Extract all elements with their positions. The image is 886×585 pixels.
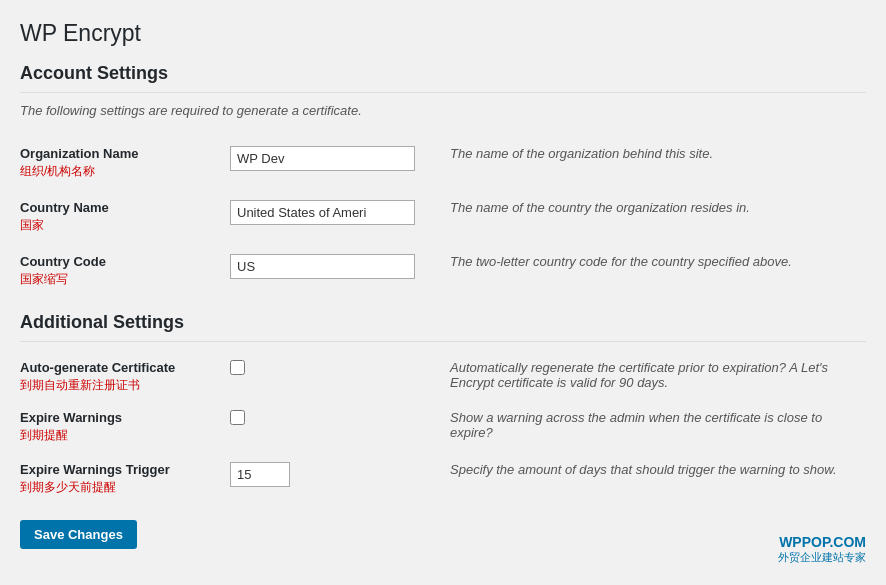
auto-generate-checkbox[interactable] <box>230 360 245 375</box>
country-name-input[interactable] <box>230 200 415 225</box>
expire-warnings-trigger-label: Expire Warnings Trigger <box>20 462 230 477</box>
account-settings-table: Organization Name 组织/机构名称 The name of th… <box>20 136 866 298</box>
country-name-row: Country Name 国家 The name of the country … <box>20 190 866 244</box>
expire-warnings-row: Expire Warnings 到期提醒 Show a warning acro… <box>20 402 866 452</box>
auto-generate-row: Auto-generate Certificate 到期自动重新注册证书 Aut… <box>20 352 866 402</box>
country-code-row: Country Code 国家缩写 The two-letter country… <box>20 244 866 298</box>
expire-warnings-checkbox-cell <box>230 402 450 452</box>
additional-settings-table: Auto-generate Certificate 到期自动重新注册证书 Aut… <box>20 352 866 506</box>
save-changes-button[interactable]: Save Changes <box>20 520 137 549</box>
country-name-desc: The name of the country the organization… <box>450 190 866 244</box>
expire-warnings-trigger-desc: Specify the amount of days that should t… <box>450 452 866 506</box>
expire-warnings-label-cell: Expire Warnings 到期提醒 <box>20 402 230 452</box>
country-name-label-cell: Country Name 国家 <box>20 190 230 244</box>
page-title: WP Encrypt <box>20 20 866 47</box>
brand-sub: 外贸企业建站专家 <box>778 550 866 565</box>
account-settings-title: Account Settings <box>20 63 866 93</box>
country-code-sub-label: 国家缩写 <box>20 271 230 288</box>
country-code-label-cell: Country Code 国家缩写 <box>20 244 230 298</box>
organization-name-label: Organization Name <box>20 146 230 161</box>
organization-name-desc: The name of the organization behind this… <box>450 136 866 190</box>
country-name-input-cell <box>230 190 450 244</box>
organization-name-row: Organization Name 组织/机构名称 The name of th… <box>20 136 866 190</box>
auto-generate-label: Auto-generate Certificate <box>20 360 230 375</box>
auto-generate-checkbox-cell <box>230 352 450 402</box>
footer-brand: WPPOP.COM 外贸企业建站专家 <box>778 534 866 565</box>
auto-generate-sub-label: 到期自动重新注册证书 <box>20 377 230 394</box>
country-code-desc: The two-letter country code for the coun… <box>450 244 866 298</box>
page-wrapper: WP Encrypt Account Settings The followin… <box>0 0 886 585</box>
country-code-input[interactable] <box>230 254 415 279</box>
country-name-label: Country Name <box>20 200 230 215</box>
expire-warnings-trigger-sub-label: 到期多少天前提醒 <box>20 479 230 496</box>
account-settings-description: The following settings are required to g… <box>20 103 866 118</box>
brand-name: WPPOP.COM <box>778 534 866 550</box>
expire-warnings-trigger-row: Expire Warnings Trigger 到期多少天前提醒 Specify… <box>20 452 866 506</box>
organization-name-sub-label: 组织/机构名称 <box>20 163 230 180</box>
organization-name-label-cell: Organization Name 组织/机构名称 <box>20 136 230 190</box>
expire-warnings-sub-label: 到期提醒 <box>20 427 230 444</box>
organization-name-input-cell <box>230 136 450 190</box>
additional-settings-title: Additional Settings <box>20 312 866 342</box>
expire-warnings-trigger-label-cell: Expire Warnings Trigger 到期多少天前提醒 <box>20 452 230 506</box>
country-code-input-cell <box>230 244 450 298</box>
auto-generate-label-cell: Auto-generate Certificate 到期自动重新注册证书 <box>20 352 230 402</box>
expire-warnings-label: Expire Warnings <box>20 410 230 425</box>
expire-warnings-desc: Show a warning across the admin when the… <box>450 402 866 452</box>
expire-warnings-trigger-input[interactable] <box>230 462 290 487</box>
country-code-label: Country Code <box>20 254 230 269</box>
expire-warnings-trigger-input-cell <box>230 452 450 506</box>
country-name-sub-label: 国家 <box>20 217 230 234</box>
additional-settings-section: Additional Settings Auto-generate Certif… <box>20 312 866 506</box>
auto-generate-desc: Automatically regenerate the certificate… <box>450 352 866 402</box>
organization-name-input[interactable] <box>230 146 415 171</box>
expire-warnings-checkbox[interactable] <box>230 410 245 425</box>
